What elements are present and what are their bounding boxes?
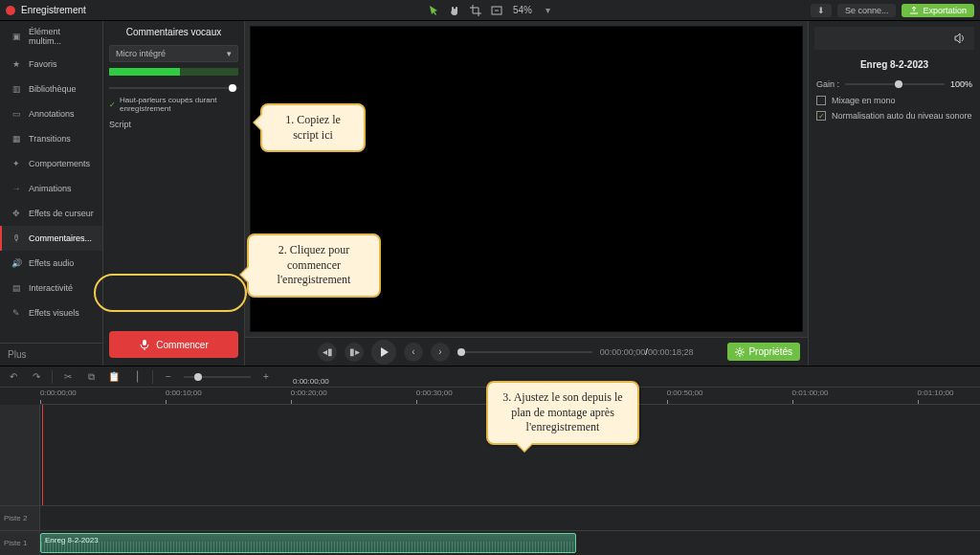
- ruler-tick: 0:00:30;00: [416, 388, 417, 404]
- upload-icon: [909, 6, 919, 15]
- input-gain-slider[interactable]: [109, 87, 238, 89]
- checkbox-icon: [816, 96, 826, 105]
- rail-visual[interactable]: ✎Effets visuels: [0, 300, 102, 325]
- annotation-icon: ▭: [10, 107, 23, 121]
- canvas-area: ◂▮ ▮▸ ‹ › 00:00:00;00/00:00:18;28 Propri…: [245, 21, 808, 366]
- next-clip-button[interactable]: ›: [431, 343, 450, 362]
- record-indicator-icon: [6, 6, 15, 15]
- audio-preview-row: [814, 27, 974, 50]
- mono-label: Mixage en mono: [832, 96, 896, 105]
- topbar-left: Enregistrement: [6, 5, 86, 15]
- fit-tool-icon[interactable]: [488, 2, 505, 19]
- download-icon[interactable]: ⬇: [811, 4, 832, 17]
- voice-panel: Commentaires vocaux Micro intégré ▾ ✓ Ha…: [103, 21, 245, 366]
- hand-tool-icon[interactable]: [446, 2, 463, 19]
- start-label: Commencer: [156, 340, 208, 350]
- help-callout-3: 3. Ajustez le son depuis le plan de mont…: [486, 381, 639, 445]
- gain-value: 100%: [950, 79, 972, 89]
- prev-clip-button[interactable]: ‹: [404, 343, 423, 362]
- rail-favorites[interactable]: ★Favoris: [0, 52, 102, 77]
- mute-label: Haut-parleurs coupés durant enregistreme…: [120, 96, 238, 113]
- library-icon: ▥: [10, 82, 23, 96]
- rail-media[interactable]: ▣Élément multim...: [0, 21, 102, 52]
- crop-tool-icon[interactable]: [467, 2, 484, 19]
- behavior-icon: ✦: [10, 157, 23, 170]
- mic-select[interactable]: Micro intégré ▾: [109, 45, 238, 62]
- rail-cursor[interactable]: ✥Effets de curseur: [0, 201, 102, 226]
- properties-panel: Enreg 8-2-2023 Gain : 100% Mixage en mon…: [808, 21, 980, 366]
- track-2-content[interactable]: [40, 506, 980, 530]
- scrubber[interactable]: [457, 351, 592, 353]
- start-record-button[interactable]: Commencer: [109, 331, 238, 358]
- export-button[interactable]: Exportation: [902, 4, 974, 17]
- ruler-tick: 0:01:10;00: [918, 388, 919, 404]
- mic-icon: [139, 339, 150, 350]
- script-textarea[interactable]: [103, 133, 244, 323]
- normalize-checkbox[interactable]: ✓ Normalisation auto du niveau sonore: [814, 108, 974, 123]
- rail-library[interactable]: ▥Bibliothèque: [0, 77, 102, 101]
- zoom-in-icon[interactable]: +: [258, 369, 274, 385]
- rail-voice[interactable]: 🎙Commentaires...: [0, 226, 102, 251]
- cursor-icon: ✥: [10, 207, 23, 220]
- copy-icon[interactable]: ⧉: [83, 369, 99, 385]
- gain-row: Gain : 100%: [814, 76, 974, 93]
- transport-bar: ◂▮ ▮▸ ‹ › 00:00:00;00/00:00:18;28 Propri…: [245, 337, 808, 366]
- playhead[interactable]: [42, 405, 43, 505]
- check-icon: ✓: [816, 111, 826, 121]
- gain-label: Gain :: [816, 79, 839, 89]
- waveform: [41, 542, 575, 552]
- next-frame-button[interactable]: ▮▸: [345, 343, 364, 362]
- zoom-percent[interactable]: 54%: [509, 5, 536, 15]
- topbar-center-tools: 54% ▾: [425, 2, 555, 19]
- play-button[interactable]: [371, 340, 396, 365]
- window-title: Enregistrement: [21, 5, 86, 15]
- pointer-tool-icon[interactable]: [425, 2, 442, 19]
- mic-select-value: Micro intégré: [116, 49, 166, 58]
- rail-animations[interactable]: →Animations: [0, 176, 102, 201]
- topbar-right: ⬇ Se conne... Exportation: [811, 4, 974, 17]
- star-icon: ★: [10, 57, 23, 71]
- script-label: Script: [103, 116, 244, 133]
- speaker-icon: 🔊: [10, 256, 23, 270]
- audio-clip[interactable]: Enreg 8-2-2023: [40, 533, 576, 553]
- paste-icon[interactable]: 📋: [106, 369, 122, 385]
- mono-checkbox[interactable]: Mixage en mono: [814, 93, 974, 108]
- speaker-icon[interactable]: [953, 32, 967, 45]
- ruler-tick: 0:00:10;00: [166, 388, 167, 404]
- rail-more[interactable]: Plus: [0, 343, 102, 366]
- prev-frame-button[interactable]: ◂▮: [318, 343, 337, 362]
- ruler-tick: 0:01:00;00: [792, 388, 793, 404]
- ruler-tick: 0:00:20;00: [291, 388, 292, 404]
- properties-button[interactable]: Propriétés: [727, 343, 800, 361]
- split-icon[interactable]: ⎮: [129, 369, 145, 385]
- rail-annotations[interactable]: ▭Annotations: [0, 101, 102, 126]
- rail-behaviors[interactable]: ✦Comportements: [0, 151, 102, 176]
- timeline-zoom-slider[interactable]: [184, 376, 251, 378]
- tool-rail: ▣Élément multim... ★Favoris ▥Bibliothèqu…: [0, 21, 103, 366]
- rail-interactivity[interactable]: ▤Interactivité: [0, 276, 102, 300]
- redo-icon[interactable]: ↷: [29, 369, 44, 385]
- cut-icon[interactable]: ✂: [60, 369, 76, 385]
- track-1-content[interactable]: Enreg 8-2-2023: [40, 531, 980, 555]
- chevron-down-icon: ▾: [227, 49, 232, 58]
- login-button[interactable]: Se conne...: [837, 4, 897, 17]
- main-area: ▣Élément multim... ★Favoris ▥Bibliothèqu…: [0, 21, 980, 366]
- zoom-dropdown-icon[interactable]: ▾: [540, 3, 555, 18]
- export-label: Exportation: [923, 6, 967, 15]
- media-icon: ▣: [10, 30, 23, 43]
- input-level-meter: [109, 68, 238, 76]
- help-callout-1: 1. Copiez le script ici: [260, 103, 366, 152]
- zoom-out-icon[interactable]: −: [161, 369, 176, 385]
- track-2-name[interactable]: Piste 2: [0, 506, 40, 530]
- rail-transitions[interactable]: ▦Transitions: [0, 126, 102, 151]
- gear-icon: [735, 347, 745, 357]
- mute-checkbox[interactable]: ✓ Haut-parleurs coupés durant enregistre…: [103, 93, 244, 116]
- gain-slider[interactable]: [845, 83, 945, 85]
- rail-audio[interactable]: 🔊Effets audio: [0, 251, 102, 276]
- timeline-head-time: 0:00:00;00: [293, 377, 329, 386]
- undo-icon[interactable]: ↶: [6, 369, 21, 385]
- svg-point-2: [738, 350, 742, 354]
- normalize-label: Normalisation auto du niveau sonore: [832, 111, 972, 121]
- track-1: Piste 1 Enreg 8-2-2023: [0, 530, 980, 555]
- track-1-name[interactable]: Piste 1: [0, 531, 40, 555]
